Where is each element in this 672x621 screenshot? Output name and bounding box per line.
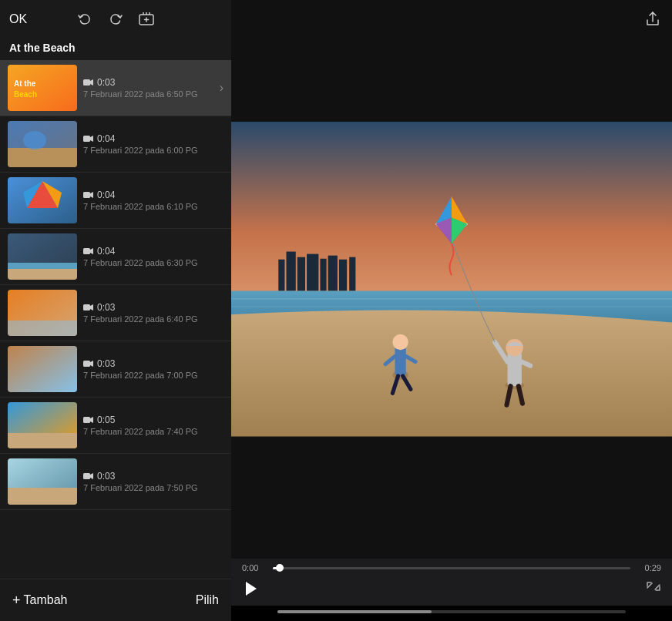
svg-rect-6 (8, 65, 77, 111)
video-camera-icon (83, 472, 94, 480)
video-list-item[interactable]: 0:04 7 Februari 2022 pada 6:10 PG (0, 173, 231, 229)
svg-rect-39 (8, 488, 77, 505)
video-list: At theBeach 0:03 7 Februari 2022 pada 6:… (0, 60, 231, 579)
video-list-item[interactable]: At theBeach 0:03 7 Februari 2022 pada 6:… (0, 60, 231, 116)
video-info: 0:04 7 Februari 2022 pada 6:30 PG (77, 246, 223, 267)
video-duration: 0:05 (97, 415, 115, 425)
add-label: Tambah (24, 593, 68, 607)
share-button[interactable] (644, 11, 661, 32)
video-date: 7 Februari 2022 pada 7:50 PG (83, 483, 217, 492)
svg-rect-50 (349, 257, 355, 291)
bottom-scroll-area (231, 606, 672, 621)
svg-text:At the: At the (14, 79, 36, 88)
svg-marker-21 (90, 192, 93, 198)
video-thumbnail (8, 458, 77, 505)
selected-arrow: › (220, 81, 223, 95)
video-camera-icon (83, 360, 94, 368)
svg-rect-44 (287, 252, 296, 291)
beach-scene (231, 122, 672, 437)
video-thumbnail (8, 402, 77, 448)
video-duration: 0:04 (97, 246, 115, 257)
progress-bar-container[interactable]: 0:00 0:29 (242, 563, 661, 572)
svg-rect-49 (339, 260, 347, 291)
undo-button[interactable] (76, 10, 94, 29)
video-date: 7 Februari 2022 pada 6:30 PG (83, 258, 217, 267)
svg-point-56 (392, 334, 408, 350)
svg-rect-29 (83, 304, 90, 310)
svg-marker-37 (90, 417, 93, 423)
svg-rect-31 (8, 346, 77, 392)
svg-marker-75 (246, 582, 257, 596)
svg-rect-32 (83, 361, 90, 367)
video-preview (231, 0, 672, 559)
video-date: 7 Februari 2022 pada 6:00 PG (83, 146, 217, 155)
video-duration: 0:03 (97, 358, 115, 369)
video-list-item[interactable]: 0:04 7 Februari 2022 pada 6:30 PG (0, 229, 231, 285)
add-clip-button[interactable] (137, 10, 156, 29)
video-info: 0:04 7 Februari 2022 pada 6:00 PG (77, 133, 223, 155)
video-camera-icon (83, 191, 94, 199)
video-icon-row: 0:05 (83, 415, 217, 425)
play-button[interactable] (242, 580, 259, 597)
current-time: 0:00 (242, 563, 267, 572)
video-list-item[interactable]: 0:03 7 Februari 2022 pada 7:00 PG (0, 341, 231, 398)
video-info: 0:05 7 Februari 2022 pada 7:40 PG (77, 415, 223, 436)
video-camera-icon (83, 416, 94, 424)
video-camera-icon (83, 135, 94, 143)
svg-line-77 (647, 583, 652, 588)
video-info: 0:03 7 Februari 2022 pada 7:50 PG (77, 471, 223, 492)
video-list-item[interactable]: 0:04 7 Februari 2022 pada 6:00 PG (0, 116, 231, 173)
video-date: 7 Februari 2022 pada 6:40 PG (83, 314, 217, 324)
ok-button[interactable]: OK (9, 12, 27, 26)
video-duration: 0:04 (97, 133, 115, 144)
svg-rect-43 (278, 260, 284, 291)
video-info: 0:03 7 Februari 2022 pada 6:40 PG (77, 302, 223, 324)
select-button[interactable]: Pilih (196, 593, 219, 607)
video-duration: 0:04 (97, 190, 115, 200)
video-camera-icon (83, 304, 94, 311)
video-duration: 0:03 (97, 471, 115, 482)
video-controls: 0:00 0:29 (231, 559, 672, 606)
top-toolbar: OK (0, 0, 231, 39)
scroll-indicator (277, 610, 626, 613)
redo-button[interactable] (106, 10, 125, 29)
right-panel: 0:00 0:29 (231, 0, 672, 621)
video-icon-row: 0:03 (83, 302, 217, 313)
svg-rect-9 (83, 79, 90, 86)
add-button[interactable]: + Tambah (12, 592, 67, 609)
video-duration: 0:03 (97, 302, 115, 313)
svg-rect-55 (395, 346, 405, 376)
svg-rect-12 (8, 148, 77, 167)
total-time: 0:29 (637, 563, 661, 572)
video-thumbnail (8, 346, 77, 392)
video-icon-row: 0:04 (83, 190, 217, 200)
toolbar-icons (76, 10, 156, 29)
video-list-item[interactable]: 0:03 7 Februari 2022 pada 7:50 PG (0, 454, 231, 510)
video-icon-row: 0:03 (83, 358, 217, 369)
video-date: 7 Februari 2022 pada 7:40 PG (83, 427, 217, 436)
video-icon-row: 0:03 (83, 77, 213, 88)
video-thumbnail (8, 290, 77, 336)
svg-marker-15 (90, 136, 93, 142)
fullscreen-button[interactable] (646, 579, 661, 598)
svg-rect-47 (320, 259, 326, 291)
svg-rect-36 (83, 417, 90, 423)
plus-icon: + (12, 592, 21, 609)
video-date: 7 Februari 2022 pada 6:50 PG (83, 89, 213, 99)
svg-rect-28 (8, 321, 77, 336)
video-list-item[interactable]: 0:03 7 Februari 2022 pada 6:40 PG (0, 285, 231, 341)
video-list-item[interactable]: 0:05 7 Februari 2022 pada 7:40 PG (0, 398, 231, 454)
svg-marker-30 (90, 304, 93, 310)
video-thumbnail (8, 121, 77, 167)
svg-rect-20 (83, 192, 90, 198)
progress-track[interactable] (273, 567, 630, 569)
album-title: At the Beach (0, 39, 231, 60)
controls-row (242, 579, 661, 598)
svg-rect-25 (83, 248, 90, 254)
progress-dot (276, 564, 284, 572)
scroll-thumb (277, 610, 432, 613)
left-panel: OK (0, 0, 231, 621)
svg-line-76 (655, 585, 660, 589)
svg-rect-24 (8, 263, 77, 269)
svg-marker-26 (90, 248, 93, 254)
